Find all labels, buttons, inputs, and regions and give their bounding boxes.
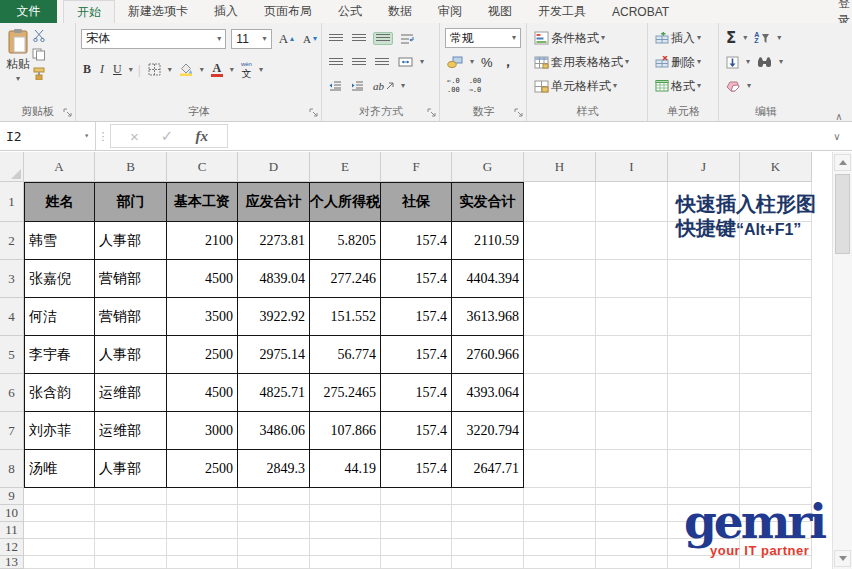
empty-cell[interactable]	[452, 539, 524, 556]
empty-cell[interactable]	[24, 488, 95, 505]
empty-cell[interactable]	[596, 182, 668, 222]
bold-button[interactable]: B	[81, 61, 93, 78]
table-data-cell[interactable]: 何洁	[24, 298, 95, 336]
table-data-cell[interactable]: 人事部	[95, 222, 167, 260]
empty-cell[interactable]	[524, 539, 596, 556]
tab-file[interactable]: 文件	[0, 0, 57, 23]
row-header-8[interactable]: 8	[0, 450, 24, 488]
column-header-K[interactable]: K	[740, 152, 812, 182]
scrollbar-thumb[interactable]	[835, 174, 850, 254]
fill-dropdown-arrow[interactable]: ▾	[746, 58, 750, 66]
table-data-cell[interactable]: 韩雪	[24, 222, 95, 260]
tab-data[interactable]: 数据	[375, 0, 425, 23]
table-header-cell[interactable]: 姓名	[24, 182, 95, 222]
empty-cell[interactable]	[238, 556, 310, 569]
tab-home[interactable]: 开始	[63, 0, 115, 23]
empty-cell[interactable]	[740, 374, 812, 412]
table-data-cell[interactable]: 277.246	[310, 260, 381, 298]
row-header-7[interactable]: 7	[0, 412, 24, 450]
scroll-up-button[interactable]	[834, 154, 851, 171]
number-format-combo[interactable]: 常规▾	[445, 28, 521, 48]
comma-style-button[interactable]: ，	[500, 52, 517, 72]
merge-center-button[interactable]	[396, 56, 415, 68]
column-header-C[interactable]: C	[167, 152, 238, 182]
fill-color-dropdown-arrow[interactable]: ▾	[200, 66, 204, 74]
font-size-combo[interactable]: 11▾	[231, 29, 271, 49]
tab-custom[interactable]: 新建选项卡	[115, 0, 201, 23]
table-data-cell[interactable]: 44.19	[310, 450, 381, 488]
empty-cell[interactable]	[596, 450, 668, 488]
table-data-cell[interactable]: 2273.81	[238, 222, 310, 260]
table-data-cell[interactable]: 2849.3	[238, 450, 310, 488]
table-header-cell[interactable]: 应发合计	[238, 182, 310, 222]
empty-cell[interactable]	[310, 556, 381, 569]
empty-cell[interactable]	[596, 336, 668, 374]
alignment-dialog-launcher[interactable]	[427, 108, 437, 118]
table-data-cell[interactable]: 2647.71	[452, 450, 524, 488]
table-data-cell[interactable]: 3922.92	[238, 298, 310, 336]
row-header-12[interactable]: 12	[0, 539, 24, 556]
empty-cell[interactable]	[238, 522, 310, 539]
underline-button[interactable]: U	[111, 61, 124, 78]
row-header-3[interactable]: 3	[0, 260, 24, 298]
table-data-cell[interactable]: 5.8205	[310, 222, 381, 260]
table-data-cell[interactable]: 107.866	[310, 412, 381, 450]
row-header-6[interactable]: 6	[0, 374, 24, 412]
row-header-9[interactable]: 9	[0, 488, 24, 505]
paste-dropdown-arrow[interactable]: ▾	[16, 75, 20, 83]
underline-dropdown-arrow[interactable]: ▾	[129, 66, 133, 74]
table-data-cell[interactable]: 刘亦菲	[24, 412, 95, 450]
empty-cell[interactable]	[740, 450, 812, 488]
empty-cell[interactable]	[452, 556, 524, 569]
phonetic-guide-button[interactable]: wén文	[239, 60, 254, 80]
empty-cell[interactable]	[740, 298, 812, 336]
empty-cell[interactable]	[310, 488, 381, 505]
row-header-1[interactable]: 1	[0, 182, 24, 222]
table-data-cell[interactable]: 157.4	[381, 298, 452, 336]
row-header-11[interactable]: 11	[0, 522, 24, 539]
font-name-combo[interactable]: 宋体▾	[81, 29, 226, 49]
table-data-cell[interactable]: 3220.794	[452, 412, 524, 450]
name-box-dropdown-arrow[interactable]: ▾	[84, 132, 89, 140]
cut-button[interactable]	[32, 29, 46, 42]
empty-cell[interactable]	[596, 374, 668, 412]
table-data-cell[interactable]: 4500	[167, 260, 238, 298]
font-color-button[interactable]: A	[209, 62, 225, 78]
empty-cell[interactable]	[238, 488, 310, 505]
name-box[interactable]: I2 ▾	[0, 122, 96, 150]
empty-cell[interactable]	[596, 488, 668, 505]
empty-cell[interactable]	[668, 336, 740, 374]
empty-cell[interactable]	[596, 222, 668, 260]
table-data-cell[interactable]: 李宇春	[24, 336, 95, 374]
borders-button[interactable]	[146, 62, 163, 77]
empty-cell[interactable]	[310, 539, 381, 556]
accounting-format-button[interactable]	[445, 55, 465, 69]
clipboard-dialog-launcher[interactable]	[63, 108, 73, 118]
tab-review[interactable]: 审阅	[425, 0, 475, 23]
italic-button[interactable]: I	[98, 61, 106, 78]
empty-cell[interactable]	[381, 522, 452, 539]
empty-cell[interactable]	[524, 412, 596, 450]
empty-cell[interactable]	[524, 374, 596, 412]
align-bottom-button[interactable]	[373, 32, 393, 45]
number-dialog-launcher[interactable]	[514, 108, 524, 118]
empty-cell[interactable]	[596, 522, 668, 539]
autosum-button[interactable]: Σ	[724, 28, 738, 48]
empty-cell[interactable]	[167, 505, 238, 522]
empty-cell[interactable]	[524, 222, 596, 260]
autosum-dropdown-arrow[interactable]: ▾	[743, 34, 747, 42]
table-header-cell[interactable]: 实发合计	[452, 182, 524, 222]
paste-button[interactable]: 粘贴 ▾	[4, 26, 32, 98]
cancel-entry-icon[interactable]: ×	[130, 128, 139, 145]
tab-page-layout[interactable]: 页面布局	[251, 0, 325, 23]
empty-cell[interactable]	[596, 412, 668, 450]
row-header-5[interactable]: 5	[0, 336, 24, 374]
empty-cell[interactable]	[167, 522, 238, 539]
fill-button[interactable]	[724, 55, 741, 70]
empty-cell[interactable]	[95, 505, 167, 522]
empty-cell[interactable]	[310, 522, 381, 539]
decrease-indent-button[interactable]	[327, 80, 344, 92]
empty-cell[interactable]	[238, 505, 310, 522]
empty-cell[interactable]	[24, 505, 95, 522]
table-data-cell[interactable]: 3000	[167, 412, 238, 450]
